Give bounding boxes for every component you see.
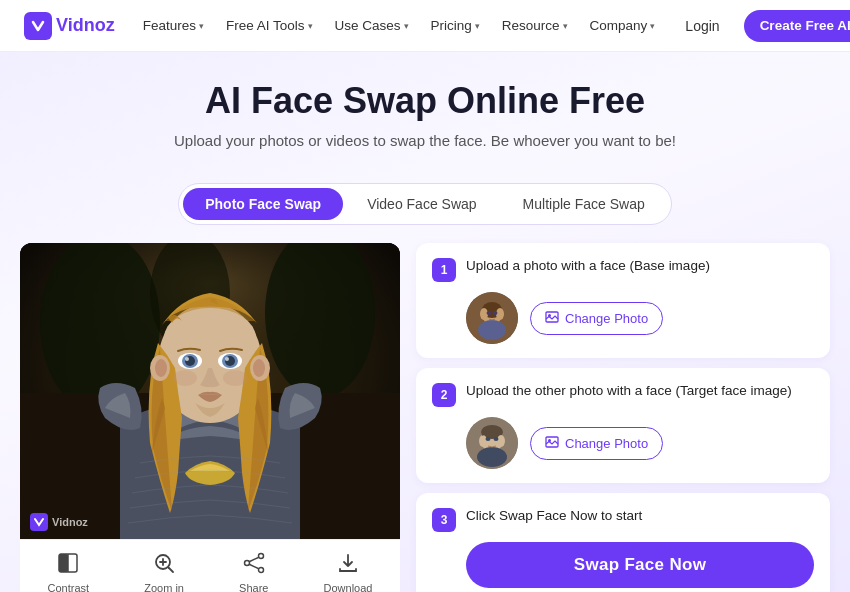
step-1-card: 1 Upload a photo with a face (Base image… [416,243,830,358]
svg-line-34 [249,564,259,569]
watermark-logo [30,513,48,531]
download-tool[interactable]: Download [312,548,385,592]
preview-image: Vidnoz [20,243,400,539]
nav-pricing[interactable]: Pricing ▾ [421,12,490,39]
steps-panel: 1 Upload a photo with a face (Base image… [416,243,830,592]
chevron-down-icon: ▾ [563,21,568,31]
svg-point-16 [225,357,229,361]
svg-point-32 [244,561,249,566]
svg-point-48 [477,447,507,467]
share-label: Share [239,582,268,592]
svg-point-41 [487,311,492,315]
step-1-number: 1 [432,258,456,282]
contrast-tool[interactable]: Contrast [36,548,102,592]
svg-point-31 [258,568,263,573]
contrast-icon [57,552,79,579]
tab-multiple-face-swap[interactable]: Multiple Face Swap [501,188,667,220]
swap-face-now-button[interactable]: Swap Face Now [466,542,814,588]
svg-point-38 [478,320,506,340]
target-image-avatar [466,417,518,469]
login-button[interactable]: Login [673,12,731,40]
create-free-ai-video-button[interactable]: Create Free AI Video → [744,10,850,42]
image-icon [545,435,559,452]
share-tool[interactable]: Share [227,548,280,592]
tabs-container: Photo Face Swap Video Face Swap Multiple… [0,183,850,225]
download-icon [337,552,359,579]
contrast-label: Contrast [48,582,90,592]
download-label: Download [324,582,373,592]
zoom-in-tool[interactable]: Zoom in [132,548,196,592]
nav-links: Features ▾ Free AI Tools ▾ Use Cases ▾ P… [133,12,666,39]
nav-free-ai-tools[interactable]: Free AI Tools ▾ [216,12,323,39]
tab-video-face-swap[interactable]: Video Face Swap [345,188,498,220]
svg-line-27 [169,568,174,573]
nav-resource[interactable]: Resource ▾ [492,12,578,39]
knight-portrait-svg [20,243,400,539]
svg-point-12 [185,357,189,361]
step-3-header: 3 Click Swap Face Now to start [432,507,814,532]
zoom-in-icon [153,552,175,579]
hero-subtitle: Upload your photos or videos to swap the… [20,132,830,149]
nav-company[interactable]: Company ▾ [580,12,666,39]
svg-rect-25 [59,554,68,572]
step-1-title: Upload a photo with a face (Base image) [466,257,710,276]
svg-point-51 [486,437,491,441]
nav-right: Login Create Free AI Video → [673,10,850,42]
share-icon [243,552,265,579]
svg-point-22 [253,359,265,377]
chevron-down-icon: ▾ [308,21,313,31]
svg-line-33 [249,557,259,562]
step-3-card: 3 Click Swap Face Now to start Swap Face… [416,493,830,592]
svg-point-40 [496,308,504,320]
navbar: Vidnoz Features ▾ Free AI Tools ▾ Use Ca… [0,0,850,52]
change-target-photo-button[interactable]: Change Photo [530,427,663,460]
svg-point-49 [479,435,487,447]
svg-point-50 [497,435,505,447]
face-swap-tabs: Photo Face Swap Video Face Swap Multiple… [178,183,672,225]
svg-point-52 [494,437,499,441]
step-3-title: Click Swap Face Now to start [466,507,642,526]
svg-point-42 [493,311,498,315]
step-2-number: 2 [432,383,456,407]
image-toolbar: Contrast Zoom in [20,539,400,592]
svg-point-17 [173,370,197,386]
step-2-header: 2 Upload the other photo with a face (Ta… [432,382,814,407]
change-base-photo-button[interactable]: Change Photo [530,302,663,335]
hero-section: AI Face Swap Online Free Upload your pho… [0,52,850,183]
chevron-down-icon: ▾ [199,21,204,31]
svg-point-18 [223,370,247,386]
logo-text: Vidnoz [56,15,115,36]
watermark: Vidnoz [30,513,88,531]
step-3-number: 3 [432,508,456,532]
step-1-header: 1 Upload a photo with a face (Base image… [432,257,814,282]
image-icon [545,310,559,327]
svg-point-39 [480,308,488,320]
zoom-in-label: Zoom in [144,582,184,592]
image-panel: Vidnoz Contrast [20,243,400,592]
tab-photo-face-swap[interactable]: Photo Face Swap [183,188,343,220]
logo[interactable]: Vidnoz [24,12,115,40]
step-2-body: Change Photo [432,417,814,469]
page-title: AI Face Swap Online Free [20,80,830,122]
step-2-title: Upload the other photo with a face (Targ… [466,382,792,401]
main-content: Vidnoz Contrast [0,243,850,592]
svg-point-20 [155,359,167,377]
chevron-down-icon: ▾ [475,21,480,31]
nav-features[interactable]: Features ▾ [133,12,214,39]
nav-use-cases[interactable]: Use Cases ▾ [325,12,419,39]
base-image-avatar [466,292,518,344]
logo-icon [24,12,52,40]
step-2-card: 2 Upload the other photo with a face (Ta… [416,368,830,483]
chevron-down-icon: ▾ [404,21,409,31]
chevron-down-icon: ▾ [650,21,655,31]
step-3-body: Swap Face Now [432,542,814,588]
svg-point-30 [258,554,263,559]
step-1-body: Change Photo [432,292,814,344]
